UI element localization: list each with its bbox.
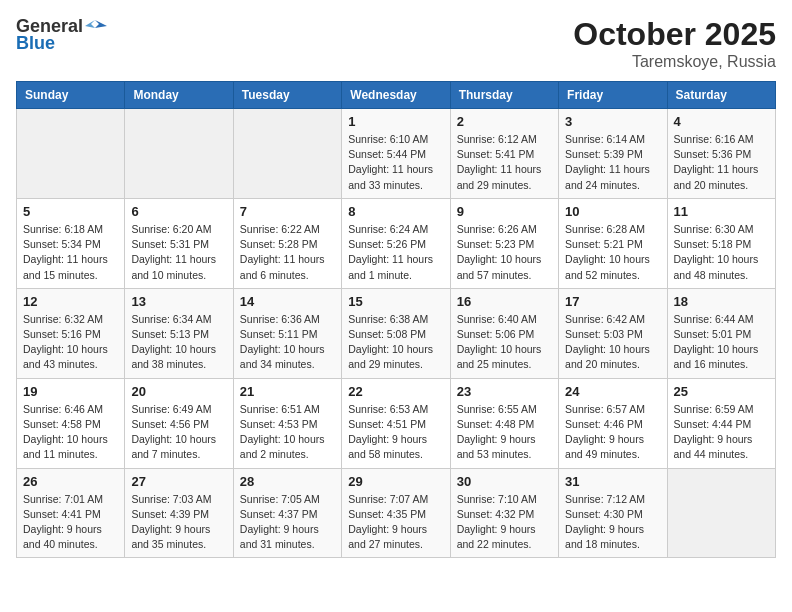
day-info: Sunrise: 6:49 AMSunset: 4:56 PMDaylight:… [131, 402, 226, 463]
day-number: 29 [348, 474, 443, 489]
day-info: Sunrise: 6:20 AMSunset: 5:31 PMDaylight:… [131, 222, 226, 283]
calendar-cell: 25Sunrise: 6:59 AMSunset: 4:44 PMDayligh… [667, 378, 775, 468]
day-info: Sunrise: 6:55 AMSunset: 4:48 PMDaylight:… [457, 402, 552, 463]
svg-marker-1 [85, 20, 95, 28]
day-number: 20 [131, 384, 226, 399]
day-number: 18 [674, 294, 769, 309]
day-number: 16 [457, 294, 552, 309]
day-of-week-header: Tuesday [233, 82, 341, 109]
day-info: Sunrise: 6:22 AMSunset: 5:28 PMDaylight:… [240, 222, 335, 283]
calendar-cell: 16Sunrise: 6:40 AMSunset: 5:06 PMDayligh… [450, 288, 558, 378]
day-info: Sunrise: 7:12 AMSunset: 4:30 PMDaylight:… [565, 492, 660, 553]
day-number: 13 [131, 294, 226, 309]
day-number: 5 [23, 204, 118, 219]
day-number: 3 [565, 114, 660, 129]
calendar-cell: 6Sunrise: 6:20 AMSunset: 5:31 PMDaylight… [125, 198, 233, 288]
day-number: 15 [348, 294, 443, 309]
day-number: 19 [23, 384, 118, 399]
day-of-week-header: Thursday [450, 82, 558, 109]
day-info: Sunrise: 7:10 AMSunset: 4:32 PMDaylight:… [457, 492, 552, 553]
calendar-cell: 4Sunrise: 6:16 AMSunset: 5:36 PMDaylight… [667, 109, 775, 199]
calendar-cell: 3Sunrise: 6:14 AMSunset: 5:39 PMDaylight… [559, 109, 667, 199]
calendar-cell [17, 109, 125, 199]
day-info: Sunrise: 6:53 AMSunset: 4:51 PMDaylight:… [348, 402, 443, 463]
calendar-cell: 18Sunrise: 6:44 AMSunset: 5:01 PMDayligh… [667, 288, 775, 378]
calendar-cell: 26Sunrise: 7:01 AMSunset: 4:41 PMDayligh… [17, 468, 125, 558]
day-number: 14 [240, 294, 335, 309]
title-block: October 2025 Taremskoye, Russia [573, 16, 776, 71]
calendar-location: Taremskoye, Russia [573, 53, 776, 71]
calendar-cell: 1Sunrise: 6:10 AMSunset: 5:44 PMDaylight… [342, 109, 450, 199]
calendar-week-row: 26Sunrise: 7:01 AMSunset: 4:41 PMDayligh… [17, 468, 776, 558]
day-info: Sunrise: 6:59 AMSunset: 4:44 PMDaylight:… [674, 402, 769, 463]
calendar-cell: 20Sunrise: 6:49 AMSunset: 4:56 PMDayligh… [125, 378, 233, 468]
calendar-cell: 28Sunrise: 7:05 AMSunset: 4:37 PMDayligh… [233, 468, 341, 558]
calendar-cell: 27Sunrise: 7:03 AMSunset: 4:39 PMDayligh… [125, 468, 233, 558]
calendar-header-row: SundayMondayTuesdayWednesdayThursdayFrid… [17, 82, 776, 109]
day-info: Sunrise: 6:46 AMSunset: 4:58 PMDaylight:… [23, 402, 118, 463]
day-info: Sunrise: 6:16 AMSunset: 5:36 PMDaylight:… [674, 132, 769, 193]
day-number: 30 [457, 474, 552, 489]
day-info: Sunrise: 6:30 AMSunset: 5:18 PMDaylight:… [674, 222, 769, 283]
day-number: 21 [240, 384, 335, 399]
calendar-header: SundayMondayTuesdayWednesdayThursdayFrid… [17, 82, 776, 109]
day-info: Sunrise: 7:01 AMSunset: 4:41 PMDaylight:… [23, 492, 118, 553]
calendar-cell: 10Sunrise: 6:28 AMSunset: 5:21 PMDayligh… [559, 198, 667, 288]
calendar-cell: 14Sunrise: 6:36 AMSunset: 5:11 PMDayligh… [233, 288, 341, 378]
day-of-week-header: Saturday [667, 82, 775, 109]
day-info: Sunrise: 6:51 AMSunset: 4:53 PMDaylight:… [240, 402, 335, 463]
calendar-week-row: 12Sunrise: 6:32 AMSunset: 5:16 PMDayligh… [17, 288, 776, 378]
day-info: Sunrise: 6:36 AMSunset: 5:11 PMDaylight:… [240, 312, 335, 373]
calendar-cell: 5Sunrise: 6:18 AMSunset: 5:34 PMDaylight… [17, 198, 125, 288]
day-of-week-header: Monday [125, 82, 233, 109]
day-info: Sunrise: 6:38 AMSunset: 5:08 PMDaylight:… [348, 312, 443, 373]
day-info: Sunrise: 6:14 AMSunset: 5:39 PMDaylight:… [565, 132, 660, 193]
day-number: 23 [457, 384, 552, 399]
calendar-week-row: 1Sunrise: 6:10 AMSunset: 5:44 PMDaylight… [17, 109, 776, 199]
day-number: 1 [348, 114, 443, 129]
day-info: Sunrise: 7:07 AMSunset: 4:35 PMDaylight:… [348, 492, 443, 553]
calendar-cell: 12Sunrise: 6:32 AMSunset: 5:16 PMDayligh… [17, 288, 125, 378]
day-info: Sunrise: 6:18 AMSunset: 5:34 PMDaylight:… [23, 222, 118, 283]
day-number: 11 [674, 204, 769, 219]
calendar-cell: 19Sunrise: 6:46 AMSunset: 4:58 PMDayligh… [17, 378, 125, 468]
logo-bird-icon [85, 18, 107, 36]
calendar-cell: 9Sunrise: 6:26 AMSunset: 5:23 PMDaylight… [450, 198, 558, 288]
svg-marker-0 [95, 20, 107, 28]
calendar-body: 1Sunrise: 6:10 AMSunset: 5:44 PMDaylight… [17, 109, 776, 558]
calendar-cell: 17Sunrise: 6:42 AMSunset: 5:03 PMDayligh… [559, 288, 667, 378]
day-number: 27 [131, 474, 226, 489]
day-info: Sunrise: 6:40 AMSunset: 5:06 PMDaylight:… [457, 312, 552, 373]
calendar-table: SundayMondayTuesdayWednesdayThursdayFrid… [16, 81, 776, 558]
calendar-cell: 15Sunrise: 6:38 AMSunset: 5:08 PMDayligh… [342, 288, 450, 378]
day-info: Sunrise: 7:03 AMSunset: 4:39 PMDaylight:… [131, 492, 226, 553]
day-number: 31 [565, 474, 660, 489]
day-info: Sunrise: 7:05 AMSunset: 4:37 PMDaylight:… [240, 492, 335, 553]
day-info: Sunrise: 6:26 AMSunset: 5:23 PMDaylight:… [457, 222, 552, 283]
calendar-cell: 23Sunrise: 6:55 AMSunset: 4:48 PMDayligh… [450, 378, 558, 468]
day-number: 24 [565, 384, 660, 399]
calendar-cell: 13Sunrise: 6:34 AMSunset: 5:13 PMDayligh… [125, 288, 233, 378]
calendar-cell [125, 109, 233, 199]
day-number: 9 [457, 204, 552, 219]
day-of-week-header: Sunday [17, 82, 125, 109]
day-info: Sunrise: 6:10 AMSunset: 5:44 PMDaylight:… [348, 132, 443, 193]
day-number: 25 [674, 384, 769, 399]
day-info: Sunrise: 6:12 AMSunset: 5:41 PMDaylight:… [457, 132, 552, 193]
day-info: Sunrise: 6:24 AMSunset: 5:26 PMDaylight:… [348, 222, 443, 283]
day-number: 12 [23, 294, 118, 309]
day-number: 6 [131, 204, 226, 219]
day-of-week-header: Wednesday [342, 82, 450, 109]
calendar-cell: 7Sunrise: 6:22 AMSunset: 5:28 PMDaylight… [233, 198, 341, 288]
day-info: Sunrise: 6:44 AMSunset: 5:01 PMDaylight:… [674, 312, 769, 373]
day-info: Sunrise: 6:28 AMSunset: 5:21 PMDaylight:… [565, 222, 660, 283]
calendar-cell: 21Sunrise: 6:51 AMSunset: 4:53 PMDayligh… [233, 378, 341, 468]
day-of-week-header: Friday [559, 82, 667, 109]
day-number: 8 [348, 204, 443, 219]
calendar-week-row: 5Sunrise: 6:18 AMSunset: 5:34 PMDaylight… [17, 198, 776, 288]
calendar-cell: 2Sunrise: 6:12 AMSunset: 5:41 PMDaylight… [450, 109, 558, 199]
day-number: 7 [240, 204, 335, 219]
calendar-cell [233, 109, 341, 199]
day-number: 26 [23, 474, 118, 489]
day-number: 2 [457, 114, 552, 129]
